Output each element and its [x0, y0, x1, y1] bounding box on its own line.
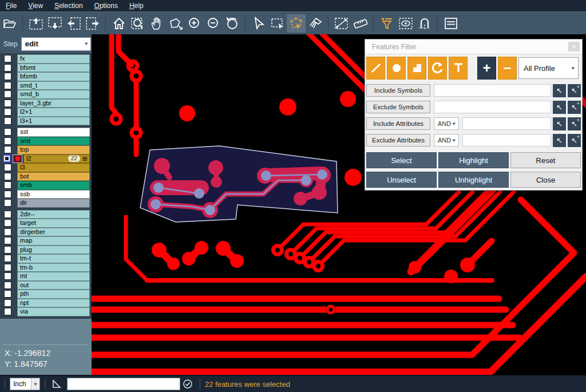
layer-name-cell[interactable]: fx [17, 54, 90, 64]
layer-name-cell[interactable]: plug [17, 246, 90, 255]
features-filter-button[interactable] [377, 14, 396, 33]
pick-arrow-plus-icon[interactable]: ↖+ [568, 101, 581, 114]
layer-name-cell[interactable]: bfsmb [17, 72, 90, 81]
unselect-button[interactable]: Unselect [366, 172, 437, 188]
exclude-attributes-input[interactable] [462, 134, 551, 146]
layer-name-cell[interactable]: smd_t [17, 81, 90, 90]
layer-visibility-checkbox[interactable] [4, 211, 11, 218]
close-icon[interactable]: ✕ [568, 42, 580, 52]
pad-feature-button[interactable] [387, 57, 406, 80]
layer-visibility-checkbox[interactable] [4, 55, 11, 62]
pick-arrow-icon[interactable]: ↖ [553, 84, 566, 97]
layer-name-cell[interactable]: ssb [17, 190, 90, 199]
line-feature-button[interactable] [366, 57, 385, 80]
layer-visibility-checkbox[interactable] [4, 82, 11, 89]
menu-selection[interactable]: Selection [49, 1, 88, 11]
layer-row[interactable]: 2dir-- [0, 210, 92, 219]
highlight-button[interactable]: Highlight [438, 152, 509, 168]
layer-name-cell[interactable]: npt [17, 299, 90, 308]
layer-visibility-checkbox[interactable] [4, 90, 11, 98]
select-button[interactable]: Select [366, 152, 437, 168]
layers-panel-button[interactable] [441, 14, 460, 33]
layer-visibility-checkbox[interactable] [4, 117, 11, 125]
layer-visibility-checkbox[interactable] [4, 246, 11, 254]
layer-visibility-checkbox[interactable] [4, 173, 11, 180]
include-attributes-input[interactable] [462, 117, 551, 130]
layer-name-cell[interactable]: dirgerber [17, 228, 90, 237]
layer-row[interactable]: npt [0, 299, 92, 308]
layer-row[interactable]: map [0, 236, 92, 246]
unhighlight-button[interactable]: Unhighlight [438, 172, 509, 188]
layer-visibility-checkbox[interactable] [4, 299, 11, 307]
open-file-button[interactable] [0, 14, 19, 33]
include-attributes-logic-select[interactable]: AND ▼ [434, 117, 459, 130]
zoom-in-button[interactable] [185, 14, 204, 33]
angle-snap-icon[interactable] [52, 379, 62, 389]
layer-name-cell[interactable]: smd_b [17, 90, 90, 99]
layer-visibility-checkbox[interactable] [4, 199, 11, 207]
pan-down-button[interactable] [45, 14, 64, 33]
layer-row[interactable]: pth [0, 290, 92, 299]
reset-button[interactable]: Reset [510, 152, 581, 168]
command-input[interactable] [67, 378, 180, 390]
layer-name-cell[interactable]: mt [17, 272, 90, 281]
layer-row[interactable]: l2+1 [0, 108, 92, 117]
layer-visibility-checkbox[interactable] [4, 64, 11, 72]
layer-visibility-checkbox[interactable] [4, 137, 11, 145]
layer-visibility-checkbox[interactable] [4, 272, 11, 280]
menu-view[interactable]: View [22, 1, 49, 11]
layer-name-cell[interactable]: l3 [17, 163, 90, 172]
pick-arrow-plus-icon[interactable]: ↖+ [568, 117, 581, 130]
layer-name-cell[interactable]: sst [17, 128, 90, 137]
layer-row[interactable]: smd_b [0, 90, 92, 99]
include-symbols-input[interactable] [434, 84, 551, 97]
layer-row[interactable]: bfsmt [0, 64, 92, 73]
zoom-previous-button[interactable] [223, 14, 241, 33]
layer-name-cell[interactable]: l3+1 [17, 117, 90, 126]
exclude-attributes-logic-select[interactable]: AND ▼ [434, 134, 459, 146]
text-feature-button[interactable] [449, 57, 468, 80]
measure-button[interactable] [332, 14, 351, 33]
layer-visibility-checkbox[interactable] [4, 308, 11, 315]
layer-visibility-checkbox[interactable] [4, 255, 11, 262]
refresh-icon[interactable] [183, 379, 193, 389]
rectangle-select-button[interactable] [268, 14, 287, 33]
layer-visibility-checkbox[interactable] [4, 128, 11, 136]
layer-row[interactable]: l222⊞ [0, 155, 92, 164]
layer-name-cell[interactable]: smb [17, 181, 90, 190]
layer-name-cell[interactable]: bot [17, 172, 90, 181]
layer-name-cell[interactable]: layer_3.gbr [17, 99, 90, 108]
add-mode-button[interactable]: + [477, 57, 496, 80]
layer-row[interactable]: top [0, 145, 92, 155]
exclude-symbols-input[interactable] [434, 101, 551, 113]
layer-visibility-checkbox[interactable] [4, 228, 11, 236]
layer-visibility-checkbox[interactable] [4, 219, 11, 227]
layer-name-cell[interactable]: pth [17, 290, 90, 299]
layer-row[interactable]: fx [0, 54, 92, 64]
layer-name-cell[interactable]: top [17, 145, 90, 155]
layer-row[interactable]: tm-b [0, 263, 92, 272]
menu-options[interactable]: Options [89, 1, 124, 11]
include-symbols-button[interactable]: Include Symbols [366, 84, 430, 97]
pick-arrow-plus-icon[interactable]: ↖+ [568, 134, 581, 147]
view-options-button[interactable] [396, 14, 415, 33]
dialog-title-bar[interactable]: Features Filter ✕ [365, 39, 582, 54]
zoom-home-button[interactable] [109, 14, 128, 33]
units-select[interactable]: Inch ▼ [10, 378, 40, 390]
pick-arrow-icon[interactable]: ↖ [553, 134, 566, 147]
layer-row[interactable]: layer_3.gbr [0, 99, 92, 108]
layer-visibility-checkbox[interactable] [4, 181, 11, 189]
menu-help[interactable]: Help [124, 1, 149, 11]
layer-name-cell[interactable]: tm-b [17, 263, 90, 272]
clean-tool-button[interactable] [306, 14, 324, 33]
layer-name-cell[interactable]: 2dir-- [17, 210, 90, 219]
layer-row[interactable]: target [0, 219, 92, 228]
layer-row[interactable]: smd_t [0, 81, 92, 90]
layer-row[interactable]: out [0, 281, 92, 290]
close-button[interactable]: Close [510, 172, 581, 188]
layer-name-cell[interactable]: tm-t [17, 254, 90, 263]
layer-name-cell[interactable]: out [17, 281, 90, 290]
layer-name-cell[interactable]: smt [17, 137, 90, 146]
pick-arrow-plus-icon[interactable]: ↖+ [568, 84, 581, 97]
pan-up-button[interactable] [26, 14, 45, 33]
